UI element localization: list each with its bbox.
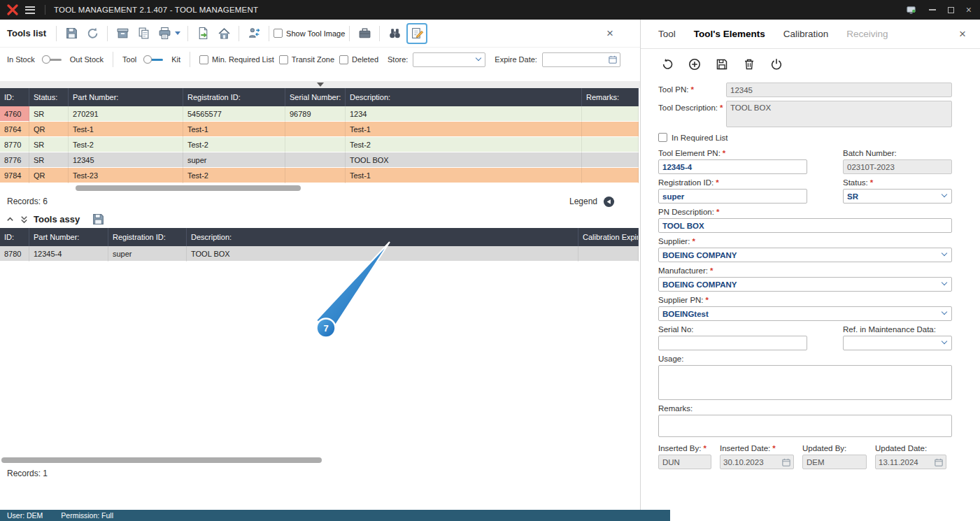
col-status[interactable]: Status: (29, 88, 69, 106)
supplier-select[interactable]: BOEING COMPANY (658, 248, 952, 262)
inserted-date-field[interactable]: 30.10.2023 (720, 455, 794, 469)
chevron-up-icon[interactable] (6, 215, 15, 224)
status-select[interactable]: SR (843, 189, 952, 204)
deleted-label: Deleted (352, 55, 378, 64)
tool-kit-toggle[interactable] (143, 55, 164, 64)
save-icon[interactable] (714, 57, 730, 72)
legend-label: Legend (569, 197, 597, 206)
inserted-by-field[interactable] (658, 455, 711, 469)
col-description[interactable]: Description: (346, 88, 582, 106)
container-icon[interactable] (355, 24, 374, 43)
table-row-selected[interactable]: 8776 SR 12345 super TOOL BOX (0, 152, 639, 168)
double-chevron-down-icon[interactable] (20, 215, 29, 224)
col-calibration-expire-date[interactable]: Calibration Expire Da (578, 228, 639, 246)
col-id[interactable]: ID: (0, 88, 29, 106)
batch-number-field[interactable] (843, 159, 952, 174)
undo-icon[interactable] (660, 57, 675, 72)
power-icon[interactable] (769, 57, 784, 72)
legend-icon[interactable] (603, 196, 615, 208)
usage-field[interactable] (658, 365, 952, 400)
tool-elements-panel: Tool Tool's Elements Calibration Receivi… (640, 20, 980, 521)
min-required-checkbox[interactable] (199, 55, 208, 64)
edit-icon[interactable] (408, 24, 426, 43)
transit-zone-checkbox[interactable] (279, 55, 288, 64)
home-icon[interactable] (215, 24, 233, 43)
tab-calibration[interactable]: Calibration (783, 29, 829, 39)
tools-list-close-icon[interactable]: × (606, 27, 613, 39)
col-serial-number[interactable]: Serial Number: (285, 88, 346, 106)
supplier-pn-select[interactable]: BOEINGtest (658, 306, 952, 321)
tools-list-footer: Records: 6 Legend (0, 193, 640, 210)
store-select[interactable] (413, 52, 485, 67)
archive-icon[interactable] (113, 24, 132, 43)
panel-close-icon[interactable]: × (959, 28, 966, 40)
tab-tool[interactable]: Tool (658, 29, 676, 39)
tool-pn-field[interactable] (726, 83, 952, 97)
window-close-icon[interactable]: × (966, 5, 972, 15)
table-row[interactable]: 4760 SR 270291 54565577 96789 1234 (0, 106, 639, 122)
inserted-date-label: Inserted Date:* (720, 444, 794, 452)
restore-icon[interactable] (948, 7, 954, 13)
delete-icon[interactable] (741, 57, 757, 72)
tab-tools-elements[interactable]: Tool's Elements (694, 29, 765, 39)
manufacturer-select[interactable]: BOEING COMPANY (658, 277, 952, 292)
col-remarks[interactable]: Remarks: (582, 88, 639, 106)
col-id[interactable]: ID: (0, 228, 29, 246)
copy-icon[interactable] (134, 24, 152, 43)
add-icon[interactable] (687, 57, 702, 72)
import-icon[interactable] (194, 24, 212, 43)
tools-assy-bar: Tools assy (0, 210, 640, 228)
refresh-icon[interactable] (83, 24, 101, 43)
hscroll-thumb[interactable] (76, 185, 301, 191)
col-part-number[interactable]: Part Number: (69, 88, 183, 106)
tool-element-pn-field[interactable] (658, 159, 807, 174)
chevron-down-icon (942, 338, 947, 344)
tool-description-field[interactable]: TOOL BOX (726, 101, 952, 127)
table-collapse-handle[interactable] (0, 81, 640, 88)
hscroll-thumb[interactable] (1, 457, 322, 463)
save-icon[interactable] (89, 210, 107, 228)
table-row[interactable]: 9784 QR Test-23 Test-2 Test-1 (0, 168, 639, 183)
assy-table-header: ID: Part Number: Registration ID: Descri… (0, 228, 639, 246)
min-required-label: Min. Required List (212, 55, 274, 64)
print-icon[interactable] (155, 24, 173, 43)
show-tool-image-checkbox[interactable] (274, 29, 283, 38)
records-count: Records: 1 (7, 469, 48, 478)
deleted-checkbox[interactable] (339, 55, 348, 64)
pn-description-field[interactable] (658, 218, 952, 233)
col-registration-id[interactable]: Registration ID: (183, 88, 285, 106)
transfer-icon[interactable] (245, 24, 263, 43)
updated-date-field[interactable]: 13.11.2024 (875, 455, 946, 469)
chevron-down-icon (942, 192, 947, 197)
in-required-list-checkbox[interactable] (658, 133, 667, 142)
ref-maintenance-select[interactable] (843, 336, 952, 350)
table-row-selected[interactable]: 8780 12345-4 super TOOL BOX (0, 246, 639, 262)
tray-monitor-icon[interactable] (905, 5, 917, 15)
table-row[interactable]: 8764 QR Test-1 Test-1 Test-1 (0, 122, 639, 137)
binoculars-icon[interactable] (385, 24, 404, 43)
edit-tool-active-frame[interactable] (406, 23, 427, 44)
stock-toggle[interactable] (42, 55, 63, 64)
serial-no-field[interactable] (658, 336, 807, 350)
registration-id-field[interactable] (658, 189, 807, 204)
print-dropdown-caret[interactable] (175, 31, 180, 35)
tool-label: Tool (122, 55, 136, 64)
table-row[interactable]: 8770 SR Test-2 Test-2 Test-2 (0, 137, 639, 152)
updated-by-field[interactable] (802, 455, 867, 469)
serial-no-label: Serial No: (658, 325, 807, 334)
ref-maintenance-label: Ref. in Maintenance Data: (843, 325, 952, 334)
show-tool-image-label: Show Tool Image (286, 29, 345, 38)
in-stock-label: In Stock (7, 55, 35, 64)
minimize-icon[interactable] (929, 9, 936, 10)
expire-date-input[interactable] (542, 52, 620, 67)
status-permission: Permission: Full (61, 511, 113, 520)
updated-by-label: Updated By: (802, 444, 867, 452)
save-icon[interactable] (62, 24, 80, 43)
remarks-field[interactable] (658, 415, 952, 437)
menu-icon[interactable] (25, 6, 35, 14)
col-registration-id[interactable]: Registration ID: (108, 228, 187, 246)
col-part-number[interactable]: Part Number: (29, 228, 108, 246)
inserted-by-label: Inserted By:* (658, 444, 711, 452)
col-description[interactable]: Description: (187, 228, 578, 246)
calendar-icon (609, 55, 617, 64)
